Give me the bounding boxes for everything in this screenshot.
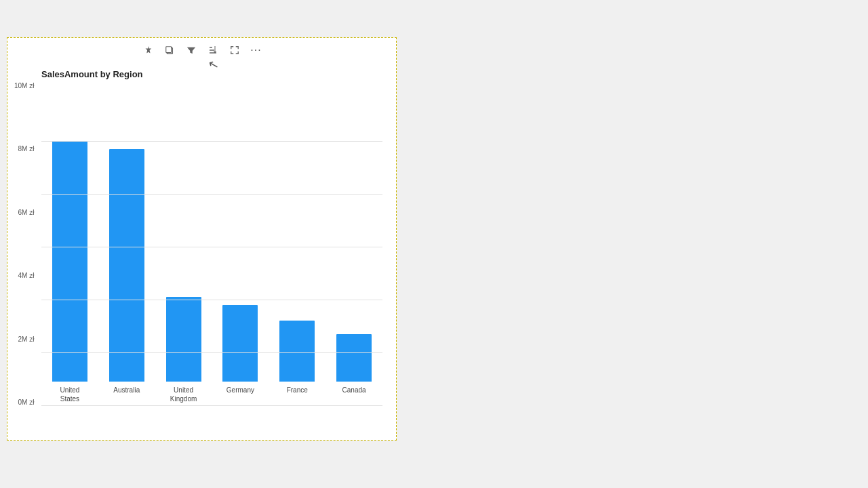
copy-button[interactable] <box>161 42 178 58</box>
bar-group-us[interactable]: UnitedStates <box>41 141 98 406</box>
bars-area: UnitedStates Australia UnitedKingdom Ger… <box>41 141 382 426</box>
chart-toolbar: ··· ↖ <box>7 38 396 62</box>
y-tick-8m: 8M zł <box>18 145 35 152</box>
sort-button[interactable] <box>205 42 221 58</box>
bar-uk[interactable] <box>166 297 201 382</box>
bar-label-australia: Australia <box>113 386 140 406</box>
bar-australia[interactable] <box>109 149 144 382</box>
chart-container: 10M zł 8M zł 6M zł 4M zł 2M zł 0M zł <box>41 82 382 426</box>
bar-canada[interactable] <box>336 334 372 382</box>
y-tick-10m: 10M zł <box>14 82 34 89</box>
bar-group-france[interactable]: France <box>269 321 326 406</box>
bar-label-us: UnitedStates <box>60 386 79 406</box>
more-dots: ··· <box>250 44 261 56</box>
bar-group-germany[interactable]: Germany <box>212 305 269 406</box>
svg-rect-1 <box>165 47 171 53</box>
bar-group-australia[interactable]: Australia <box>98 149 155 406</box>
bar-label-germany: Germany <box>226 386 254 406</box>
bar-france[interactable] <box>279 321 315 382</box>
bar-label-canada: Canada <box>342 386 366 406</box>
more-button[interactable]: ··· <box>248 42 264 58</box>
bar-group-uk[interactable]: UnitedKingdom <box>155 297 212 406</box>
pin-button[interactable] <box>140 42 156 58</box>
bar-label-uk: UnitedKingdom <box>170 386 197 406</box>
y-tick-0m: 0M zł <box>18 399 35 406</box>
chart-area: SalesAmount by Region 10M zł 8M zł 6M zł… <box>7 62 396 440</box>
chart-widget: ··· ↖ SalesAmount by Region 10M zł 8M zł… <box>7 37 397 441</box>
chart-title: SalesAmount by Region <box>41 69 382 79</box>
y-axis: 10M zł 8M zł 6M zł 4M zł 2M zł 0M zł <box>14 82 34 406</box>
filter-button[interactable] <box>183 42 199 58</box>
y-tick-2m: 2M zł <box>18 336 35 343</box>
expand-button[interactable] <box>226 42 243 58</box>
bar-germany[interactable] <box>222 305 258 382</box>
bar-us[interactable] <box>52 141 87 382</box>
bar-label-france: France <box>287 386 308 406</box>
bar-group-canada[interactable]: Canada <box>326 334 382 406</box>
y-tick-4m: 4M zł <box>18 272 35 279</box>
y-tick-6m: 6M zł <box>18 209 35 216</box>
